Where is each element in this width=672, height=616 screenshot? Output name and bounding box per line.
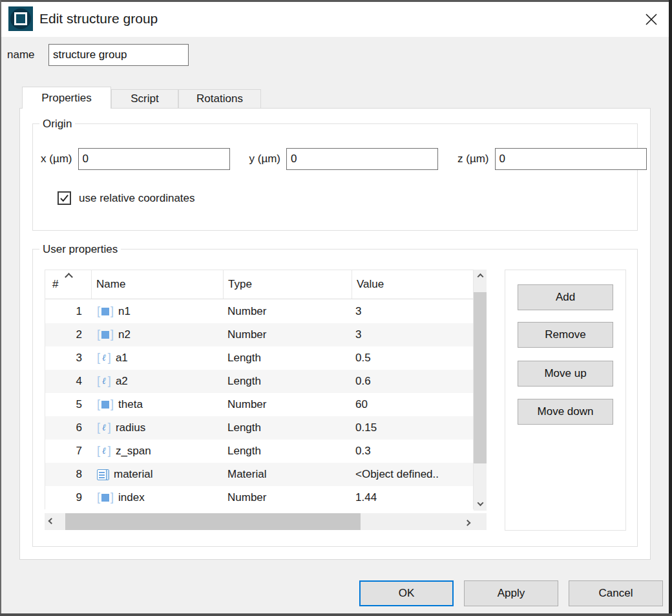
origin-x-field: x (µm) [41,148,230,170]
property-name: a1 [116,352,128,365]
cell-name: []n1 [92,305,224,318]
cell-type: Material [224,468,352,481]
cell-num: 1 [45,305,92,318]
origin-x-label: x (µm) [41,153,72,165]
table-row-theta[interactable]: 5[]thetaNumber60 [45,393,473,416]
cell-type: Number [224,305,352,318]
property-name: n2 [118,328,131,341]
origin-group-label: Origin [39,118,75,131]
column-header-num-label: # [52,278,58,291]
scroll-down-button[interactable] [474,498,487,509]
edit-structure-group-dialog: Edit structure group name PropertiesScri… [0,0,672,616]
tab-script[interactable]: Script [111,89,178,108]
cell-name: [ℓ]a2 [92,375,224,388]
cell-name: []n2 [92,328,224,341]
table-row-index[interactable]: 9[]indexNumber1.44 [45,486,473,509]
column-header-type[interactable]: Type [224,270,352,299]
cell-type: Number [224,491,352,504]
column-header-value-label: Value [357,278,384,291]
column-header-value[interactable]: Value [352,270,473,299]
move-up-button[interactable]: Move up [518,361,613,387]
cell-value: 3 [352,328,473,341]
tab-rotations[interactable]: Rotations [178,89,261,108]
scroll-up-button[interactable] [474,270,487,281]
cell-name: []theta [92,398,224,411]
close-button[interactable] [641,9,662,30]
cell-num: 5 [45,398,92,411]
table-row-a2[interactable]: 4[ℓ]a2Length0.6 [45,370,473,393]
horizontal-scrollbar-thumb[interactable] [65,513,361,530]
length-type-icon: [ℓ] [97,422,111,434]
scroll-left-button[interactable] [45,513,58,530]
property-name: material [114,468,152,481]
origin-z-input[interactable] [495,148,647,170]
cell-type: Length [224,445,352,458]
user-properties-group: User properties # Name Type [32,249,638,547]
cell-num: 6 [45,421,92,434]
cell-num: 8 [45,468,92,481]
cell-value: <Object defined.. [352,468,473,481]
material-type-icon [97,469,109,480]
use-relative-coordinates-checkbox[interactable] [58,191,71,205]
origin-y-input[interactable] [286,148,438,170]
remove-button[interactable]: Remove [518,322,613,348]
cell-value: 0.15 [352,421,473,434]
column-header-name-label: Name [96,278,125,291]
table-row-a1[interactable]: 3[ℓ]a1Length0.5 [45,346,473,370]
add-button[interactable]: Add [518,284,613,310]
cell-name: []index [92,491,224,504]
table-body: 1[]n1Number32[]n2Number33[ℓ]a1Length0.54… [45,300,473,509]
property-name: theta [118,398,143,411]
property-name: radius [116,421,145,434]
horizontal-scrollbar[interactable] [45,513,474,530]
user-properties-group-label: User properties [39,243,121,256]
table-row-n1[interactable]: 1[]n1Number3 [45,300,473,323]
move-down-button[interactable]: Move down [518,399,613,425]
table-row-n2[interactable]: 2[]n2Number3 [45,323,473,346]
ok-button[interactable]: OK [359,580,454,606]
tab-properties[interactable]: Properties [22,87,111,109]
chevron-down-icon [477,500,483,506]
origin-z-label: z (µm) [457,153,489,165]
length-type-icon: [ℓ] [97,376,111,387]
sort-ascending-icon [65,273,73,281]
table-row-z_span[interactable]: 7[ℓ]z_spanLength0.3 [45,440,473,463]
cell-value: 0.5 [352,352,473,365]
cell-name: [ℓ]radius [92,421,224,434]
origin-coordinate-row: x (µm)y (µm)z (µm) [33,148,637,170]
table-buttons-panel: AddRemoveMove upMove down [505,270,626,531]
chevron-up-icon [477,273,483,279]
property-name: a2 [116,375,128,388]
table-row-material[interactable]: 8materialMaterial<Object defined.. [45,463,473,486]
origin-x-input[interactable] [78,148,230,170]
window-border-left [0,0,1,616]
vertical-scrollbar[interactable] [474,270,487,511]
table-row-radius[interactable]: 6[ℓ]radiusLength0.15 [45,416,473,440]
cell-type: Length [224,421,352,434]
number-type-icon: [] [97,306,114,317]
column-header-name[interactable]: Name [92,270,224,299]
cell-num: 3 [45,352,92,365]
property-name: n1 [118,305,131,318]
title-bar: Edit structure group [0,0,672,37]
origin-y-field: y (µm) [249,148,439,170]
apply-button[interactable]: Apply [464,580,558,606]
number-type-icon: [] [97,399,114,410]
vertical-scrollbar-thumb[interactable] [474,292,487,463]
cell-type: Number [224,398,352,411]
column-header-num[interactable]: # [45,270,92,299]
origin-y-label: y (µm) [249,153,281,165]
cancel-button[interactable]: Cancel [569,580,663,606]
cell-value: 1.44 [352,491,473,504]
property-name: z_span [116,445,151,458]
structure-group-icon [8,6,33,31]
table-header: # Name Type Value [45,270,473,299]
number-type-icon: [] [97,492,114,504]
cell-name: [ℓ]a1 [92,352,224,365]
table-grid: # Name Type Value 1[]n1Number32 [45,270,474,509]
origin-z-field: z (µm) [457,148,647,170]
scroll-right-button[interactable] [461,513,474,530]
window-title: Edit structure group [39,0,158,37]
column-header-type-label: Type [228,278,252,291]
name-input[interactable] [48,44,189,66]
